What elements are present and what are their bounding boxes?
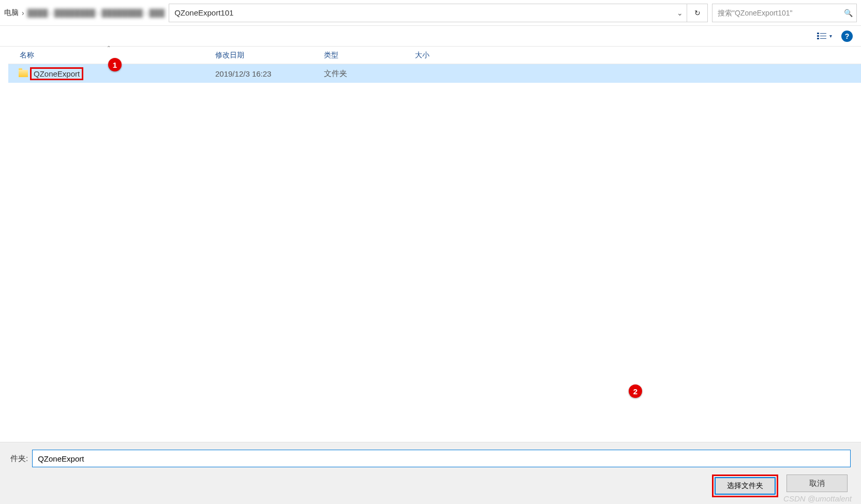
annotation-box-1: QZoneExport xyxy=(30,67,83,80)
file-name: QZoneExport xyxy=(34,69,80,78)
chevron-down-icon: ⌄ xyxy=(677,9,683,17)
svg-rect-0 xyxy=(817,33,819,34)
folder-input-row: 件夹: xyxy=(10,450,851,467)
folder-icon xyxy=(19,70,28,77)
search-button[interactable]: 🔍 xyxy=(840,4,856,22)
sidebar-stub xyxy=(0,47,8,442)
button-row: 选择文件夹 取消 xyxy=(10,475,851,497)
address-box[interactable]: QZoneExport101 ⌄ xyxy=(169,4,687,22)
annotation-box-2: 选择文件夹 xyxy=(712,475,778,497)
refresh-button[interactable]: ↻ xyxy=(687,4,708,22)
file-table: 名称 ⌃ 修改日期 类型 大小 QZoneExport 2019/12/3 16… xyxy=(8,47,861,442)
breadcrumb-root[interactable]: 电脑 xyxy=(4,8,19,18)
svg-rect-1 xyxy=(820,33,826,34)
select-folder-label: 选择文件夹 xyxy=(727,481,763,491)
search-icon: 🔍 xyxy=(844,9,853,17)
help-button[interactable]: ? xyxy=(841,31,853,42)
dropdown-arrow-icon: ▾ xyxy=(829,33,832,39)
toolbar: ▾ ? xyxy=(0,26,861,47)
svg-rect-5 xyxy=(820,38,826,39)
chevron-right-icon: › xyxy=(22,9,24,17)
col-size[interactable]: 大小 xyxy=(409,47,469,64)
folder-label: 件夹: xyxy=(10,454,28,464)
cell-name: QZoneExport xyxy=(8,67,209,80)
dialog-footer: 件夹: 选择文件夹 取消 xyxy=(0,442,861,504)
svg-rect-3 xyxy=(820,36,826,36)
cancel-button[interactable]: 取消 xyxy=(786,475,848,492)
select-folder-button[interactable]: 选择文件夹 xyxy=(715,477,776,495)
annotation-badge-1: 1 xyxy=(108,58,122,71)
address-current[interactable]: QZoneExport101 xyxy=(169,8,672,17)
breadcrumb-blurred: ████ › ████████ › ████████ › ███ xyxy=(27,9,165,17)
cancel-label: 取消 xyxy=(809,479,825,488)
view-options-button[interactable]: ▾ xyxy=(815,30,834,42)
folder-name-input[interactable] xyxy=(32,450,851,467)
help-icon: ? xyxy=(845,32,850,40)
col-type[interactable]: 类型 xyxy=(318,47,409,64)
cell-date: 2019/12/3 16:23 xyxy=(209,69,318,78)
annotation-badge-2: 2 xyxy=(629,384,642,398)
svg-rect-4 xyxy=(817,38,819,39)
col-name-label: 名称 xyxy=(20,51,34,60)
address-dropdown[interactable]: ⌄ xyxy=(672,4,687,22)
sort-asc-icon: ⌃ xyxy=(107,45,111,51)
address-bar-row: 电脑 › ████ › ████████ › ████████ › ███ QZ… xyxy=(0,0,861,26)
refresh-icon: ↻ xyxy=(694,9,701,17)
search-box[interactable]: 🔍 xyxy=(712,4,857,22)
content-area: 名称 ⌃ 修改日期 类型 大小 QZoneExport 2019/12/3 16… xyxy=(0,47,861,442)
search-input[interactable] xyxy=(712,9,840,17)
svg-rect-2 xyxy=(817,35,819,37)
breadcrumb[interactable]: 电脑 › ████ › ████████ › ████████ › ███ xyxy=(0,8,165,18)
table-row[interactable]: QZoneExport 2019/12/3 16:23 文件夹 xyxy=(8,64,861,83)
cell-type: 文件夹 xyxy=(318,69,409,79)
list-view-icon xyxy=(817,32,827,40)
col-date[interactable]: 修改日期 xyxy=(209,47,318,64)
table-header: 名称 ⌃ 修改日期 类型 大小 xyxy=(8,47,861,64)
